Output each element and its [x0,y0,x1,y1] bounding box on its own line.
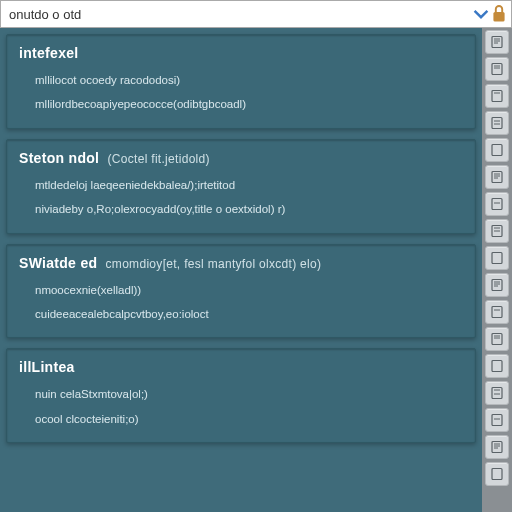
result-snippet: ocool clcocteieniti;o) [35,410,463,428]
tool-sidebar [482,28,512,512]
result-title: SWiatde ed cmomdioy[et, fesl mantyfol ol… [19,255,463,271]
results-panel: intefexel mllilocot ocoedy racododosi) m… [0,28,482,512]
result-title: intefexel [19,45,463,61]
svg-rect-18 [492,199,502,210]
result-title-meta: (Coctel fit.jetidold) [108,152,210,166]
tool-button[interactable] [485,138,509,162]
result-title-text: illLintea [19,359,75,375]
svg-rect-14 [492,172,502,183]
tool-button[interactable] [485,273,509,297]
svg-rect-28 [492,307,502,318]
svg-rect-34 [492,388,502,399]
tool-button[interactable] [485,111,509,135]
result-snippet: mllilocot ocoedy racododosi) [35,71,463,89]
chevron-down-icon[interactable] [473,6,489,22]
result-title-text: Steton ndol [19,150,99,166]
result-title-text: SWiatde ed [19,255,97,271]
tool-button[interactable] [485,165,509,189]
lock-icon [491,6,507,22]
result-title: Steton ndol (Coctel fit.jetidold) [19,150,463,166]
result-card[interactable]: intefexel mllilocot ocoedy racododosi) m… [6,34,476,129]
tool-button[interactable] [485,462,509,486]
svg-rect-37 [492,415,502,426]
result-snippet: nuin celaStxmtova|ol;) [35,385,463,403]
search-input[interactable] [5,5,473,24]
result-snippet: niviadeby o,Ro;olexrocyadd(oy,title o oe… [35,200,463,218]
result-card[interactable]: illLintea nuin celaStxmtova|ol;) ocool c… [6,348,476,443]
svg-rect-1 [492,37,502,48]
tool-button[interactable] [485,300,509,324]
search-bar [0,0,512,28]
svg-rect-33 [492,361,502,372]
result-title: illLintea [19,359,463,375]
tool-button[interactable] [485,246,509,270]
result-card[interactable]: SWiatde ed cmomdioy[et, fesl mantyfol ol… [6,244,476,339]
results-list: intefexel mllilocot ocoedy racododosi) m… [0,28,482,453]
tool-button[interactable] [485,381,509,405]
svg-rect-5 [492,64,502,75]
result-snippet: cuideeacealebcalpcvtboy,eo:ioloct [35,305,463,323]
tool-button[interactable] [485,327,509,351]
tool-button[interactable] [485,354,509,378]
svg-rect-30 [492,334,502,345]
result-title-meta: cmomdioy[et, fesl mantyfol olxcdt) elo) [106,257,322,271]
svg-rect-39 [492,442,502,453]
tool-button[interactable] [485,408,509,432]
tool-button[interactable] [485,57,509,81]
svg-rect-8 [492,91,502,102]
svg-rect-43 [492,469,502,480]
svg-rect-0 [493,12,504,22]
result-snippet: mtldedeloj laeqeeniedekbalea/);irtetitod [35,176,463,194]
result-title-text: intefexel [19,45,79,61]
tool-button[interactable] [485,435,509,459]
tool-button[interactable] [485,192,509,216]
svg-rect-23 [492,253,502,264]
tool-button[interactable] [485,84,509,108]
tool-button[interactable] [485,219,509,243]
svg-rect-10 [492,118,502,129]
svg-rect-13 [492,145,502,156]
svg-rect-24 [492,280,502,291]
result-snippet: nmoocexnie(xelladl)) [35,281,463,299]
tool-button[interactable] [485,30,509,54]
result-snippet: mllilordbecoapiyepeococce(odibtgbcoadl) [35,95,463,113]
result-card[interactable]: Steton ndol (Coctel fit.jetidold) mtlded… [6,139,476,234]
main-layout: intefexel mllilocot ocoedy racododosi) m… [0,28,512,512]
